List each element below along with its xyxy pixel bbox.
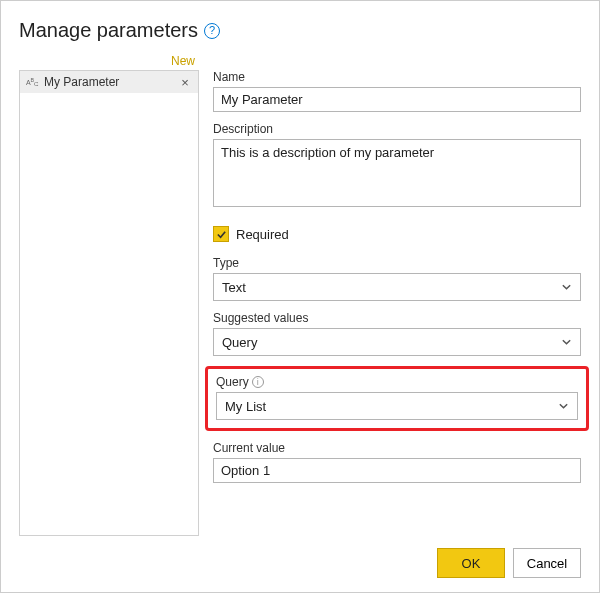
type-field-group: Type Text bbox=[213, 256, 581, 301]
name-field-group: Name bbox=[213, 70, 581, 112]
suggested-values-select[interactable]: Query bbox=[213, 328, 581, 356]
suggested-values-field-group: Suggested values Query bbox=[213, 311, 581, 356]
dialog-body: New ABC My Parameter × Name Description bbox=[19, 52, 581, 536]
query-select[interactable]: My List bbox=[216, 392, 578, 420]
current-value-label: Current value bbox=[213, 441, 581, 455]
parameter-sidebar: New ABC My Parameter × bbox=[19, 52, 199, 536]
required-field-group: Required bbox=[213, 226, 581, 242]
description-field-group: Description This is a description of my … bbox=[213, 122, 581, 210]
help-icon[interactable]: ? bbox=[204, 23, 220, 39]
dialog-header: Manage parameters ? bbox=[19, 19, 581, 42]
suggested-values-label: Suggested values bbox=[213, 311, 581, 325]
dialog-title: Manage parameters bbox=[19, 19, 198, 42]
current-value-input[interactable] bbox=[213, 458, 581, 483]
info-icon[interactable]: i bbox=[252, 376, 264, 388]
current-value-field-group: Current value bbox=[213, 441, 581, 483]
dialog-footer: OK Cancel bbox=[19, 548, 581, 578]
manage-parameters-dialog: Manage parameters ? New ABC My Parameter… bbox=[1, 1, 599, 592]
query-label-row: Query i bbox=[216, 375, 578, 389]
remove-parameter-icon[interactable]: × bbox=[178, 76, 192, 89]
query-label: Query bbox=[216, 375, 249, 389]
cancel-button[interactable]: Cancel bbox=[513, 548, 581, 578]
chevron-down-icon bbox=[561, 337, 572, 348]
description-textarea[interactable]: This is a description of my parameter bbox=[213, 139, 581, 207]
ok-button[interactable]: OK bbox=[437, 548, 505, 578]
parameter-list-item[interactable]: ABC My Parameter × bbox=[20, 71, 198, 93]
type-select-value: Text bbox=[222, 280, 246, 295]
svg-text:C: C bbox=[34, 80, 39, 87]
name-input[interactable] bbox=[213, 87, 581, 112]
suggested-values-select-value: Query bbox=[222, 335, 257, 350]
name-label: Name bbox=[213, 70, 581, 84]
text-type-icon: ABC bbox=[26, 75, 40, 89]
query-field-group: Query i My List bbox=[205, 366, 589, 431]
new-parameter-link[interactable]: New bbox=[171, 54, 195, 68]
parameter-item-label: My Parameter bbox=[44, 75, 174, 89]
required-label: Required bbox=[236, 227, 289, 242]
type-select[interactable]: Text bbox=[213, 273, 581, 301]
chevron-down-icon bbox=[558, 401, 569, 412]
required-checkbox[interactable] bbox=[213, 226, 229, 242]
type-label: Type bbox=[213, 256, 581, 270]
new-parameter-row: New bbox=[19, 52, 199, 70]
parameter-list: ABC My Parameter × bbox=[19, 70, 199, 536]
chevron-down-icon bbox=[561, 282, 572, 293]
parameter-form: Name Description This is a description o… bbox=[213, 52, 581, 536]
query-select-value: My List bbox=[225, 399, 266, 414]
description-label: Description bbox=[213, 122, 581, 136]
